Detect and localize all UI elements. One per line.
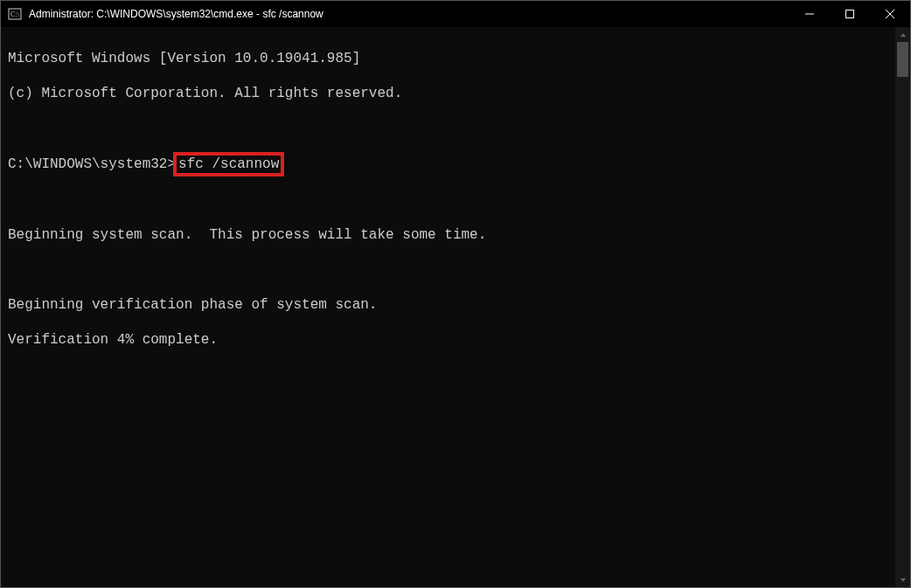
window-controls (789, 1, 910, 27)
output-line: Beginning verification phase of system s… (8, 296, 887, 314)
output-line: Verification 4% complete. (8, 331, 887, 349)
output-line: Beginning system scan. This process will… (8, 226, 887, 244)
output-line: Microsoft Windows [Version 10.0.19041.98… (8, 50, 887, 67)
window-title: Administrator: C:\WINDOWS\system32\cmd.e… (29, 8, 323, 20)
blank-line (8, 120, 887, 137)
terminal-content[interactable]: Microsoft Windows [Version 10.0.19041.98… (1, 27, 894, 587)
svg-text:C:\: C:\ (10, 10, 20, 18)
vertical-scrollbar[interactable] (895, 27, 910, 587)
prompt: C:\WINDOWS\system32> (8, 156, 176, 172)
terminal-body[interactable]: Microsoft Windows [Version 10.0.19041.98… (1, 27, 910, 587)
cmd-icon: C:\ (8, 7, 22, 21)
prompt-line: C:\WINDOWS\system32>sfc /scannow (8, 155, 887, 174)
maximize-button[interactable] (830, 1, 870, 27)
titlebar[interactable]: C:\ Administrator: C:\WINDOWS\system32\c… (1, 1, 910, 27)
command-highlight: sfc /scannow (174, 153, 283, 176)
scrollbar-thumb[interactable] (897, 42, 908, 77)
minimize-button[interactable] (789, 1, 830, 27)
titlebar-left: C:\ Administrator: C:\WINDOWS\system32\c… (1, 7, 323, 21)
cmd-window: C:\ Administrator: C:\WINDOWS\system32\c… (0, 0, 911, 588)
scrollbar-track[interactable] (895, 42, 910, 572)
close-button[interactable] (870, 1, 910, 27)
svg-rect-3 (846, 10, 854, 18)
scroll-up-button[interactable] (895, 27, 910, 42)
svg-marker-7 (901, 578, 906, 582)
output-line: (c) Microsoft Corporation. All rights re… (8, 85, 887, 102)
command-text: sfc /scannow (178, 156, 279, 172)
svg-marker-6 (901, 33, 906, 37)
blank-line (8, 261, 887, 279)
blank-line (8, 191, 887, 209)
scroll-down-button[interactable] (895, 572, 910, 587)
